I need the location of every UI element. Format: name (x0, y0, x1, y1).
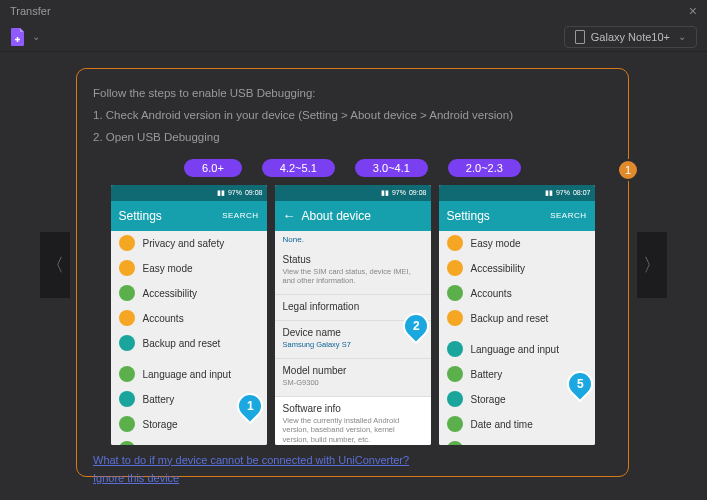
next-arrow[interactable]: 〉 (637, 232, 667, 298)
about-section: StatusView the SIM card status, device I… (275, 248, 431, 296)
list-item: User manual (439, 437, 595, 445)
list-item: Language and input (439, 337, 595, 362)
section-subtitle: View the currently installed Android ver… (283, 416, 423, 445)
list-item: Privacy and safety (111, 231, 267, 256)
section-title: Model number (283, 365, 423, 376)
list-item-label: User manual (471, 444, 528, 445)
window-title: Transfer (10, 5, 51, 17)
prev-arrow[interactable]: 〈 (40, 232, 70, 298)
list-item-label: Date and time (471, 419, 533, 430)
setting-icon (447, 441, 463, 445)
phone-icon (575, 30, 585, 44)
setting-icon (119, 416, 135, 432)
list-item-label: Accessibility (471, 263, 525, 274)
setting-icon (447, 341, 463, 357)
setting-icon (447, 416, 463, 432)
setting-icon (119, 335, 135, 351)
chevron-down-icon: ⌄ (32, 31, 40, 42)
tab-60plus[interactable]: 6.0+ (184, 159, 242, 177)
section-title: Status (283, 254, 423, 265)
list-item-label: Date and time (143, 444, 205, 445)
list-item-label: Language and input (471, 344, 559, 355)
screenshot-settings-1: ▮▮97%09:08 SettingsSEARCH Privacy and sa… (111, 185, 267, 445)
list-item-label: Storage (471, 394, 506, 405)
chevron-down-icon: ⌄ (678, 31, 686, 42)
section-subtitle: View the SIM card status, device IMEI, a… (283, 267, 423, 287)
tab-30-41[interactable]: 3.0~4.1 (355, 159, 428, 177)
list-item: Accessibility (439, 256, 595, 281)
setting-icon (447, 366, 463, 382)
list-item: Accounts (439, 281, 595, 306)
setting-icon (447, 260, 463, 276)
section-subtitle: Samsung Galaxy S7 (283, 340, 423, 350)
list-item: Easy mode (439, 231, 595, 256)
list-item-label: Language and input (143, 369, 231, 380)
list-item-label: Easy mode (143, 263, 193, 274)
instruction-line: 2. Open USB Debugging (93, 127, 612, 149)
ignore-device-link[interactable]: Ignore this device (93, 469, 612, 488)
about-section: Model numberSM-G9300 (275, 359, 431, 397)
about-section: Software infoView the currently installe… (275, 397, 431, 445)
list-item: Easy mode (111, 256, 267, 281)
add-file-button[interactable]: ⌄ (10, 28, 40, 46)
setting-icon (447, 285, 463, 301)
instruction-line: 1. Check Android version in your device … (93, 105, 612, 127)
setting-icon (447, 235, 463, 251)
setting-icon (447, 310, 463, 326)
device-name: Galaxy Note10+ (591, 31, 670, 43)
instruction-panel: 1 Follow the steps to enable USB Debuggi… (76, 68, 629, 477)
instruction-line: Follow the steps to enable USB Debugging… (93, 83, 612, 105)
screenshot-about-device: ▮▮97%09:08 ←About device None. StatusVie… (275, 185, 431, 445)
list-item-label: Backup and reset (143, 338, 221, 349)
list-item-label: Battery (471, 369, 503, 380)
setting-icon (119, 441, 135, 445)
toolbar: ⌄ Galaxy Note10+ ⌄ (0, 22, 707, 52)
screenshot-settings-2: ▮▮97%08:07 SettingsSEARCH Easy modeAcces… (439, 185, 595, 445)
step-marker-5: 5 (567, 371, 593, 403)
list-item-label: Easy mode (471, 238, 521, 249)
step-badge: 1 (617, 159, 639, 181)
back-icon: ← (283, 208, 296, 223)
list-item: Backup and reset (439, 306, 595, 331)
setting-icon (119, 310, 135, 326)
list-item: Accessibility (111, 281, 267, 306)
setting-icon (119, 235, 135, 251)
setting-icon (119, 260, 135, 276)
device-picker[interactable]: Galaxy Note10+ ⌄ (564, 26, 697, 48)
list-item: Backup and reset (111, 331, 267, 356)
list-item: Date and time (111, 437, 267, 445)
close-icon[interactable]: × (689, 3, 697, 19)
setting-icon (119, 366, 135, 382)
section-title: Software info (283, 403, 423, 414)
list-item: Date and time (439, 412, 595, 437)
list-item-label: Accounts (471, 288, 512, 299)
list-item: Language and input (111, 362, 267, 387)
step-marker-2: 2 (403, 313, 429, 345)
list-item-label: Privacy and safety (143, 238, 225, 249)
step-marker-1: 1 (237, 393, 263, 425)
list-item-label: Storage (143, 419, 178, 430)
setting-icon (119, 285, 135, 301)
list-item-label: Accounts (143, 313, 184, 324)
setting-icon (119, 391, 135, 407)
help-link[interactable]: What to do if my device cannot be connec… (93, 451, 612, 470)
section-subtitle: SM-G9300 (283, 378, 423, 388)
version-tabs: 6.0+ 4.2~5.1 3.0~4.1 2.0~2.3 (93, 159, 612, 177)
list-item-label: Backup and reset (471, 313, 549, 324)
section-title: Device name (283, 327, 423, 338)
tab-42-51[interactable]: 4.2~5.1 (262, 159, 335, 177)
setting-icon (447, 391, 463, 407)
file-plus-icon (10, 28, 26, 46)
tab-20-23[interactable]: 2.0~2.3 (448, 159, 521, 177)
section-title: Legal information (283, 301, 423, 312)
list-item-label: Accessibility (143, 288, 197, 299)
list-item: Accounts (111, 306, 267, 331)
list-item-label: Battery (143, 394, 175, 405)
